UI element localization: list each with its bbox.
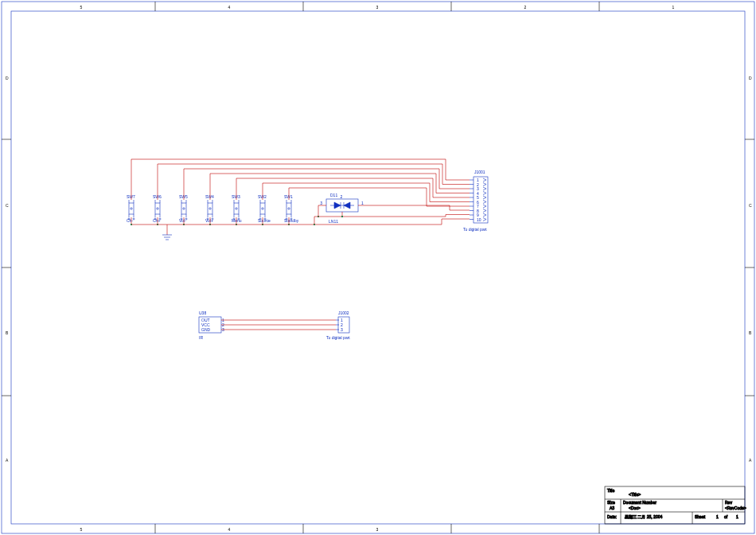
tb-size-label: Size xyxy=(607,500,615,505)
switch-sw7: SW7Ch- xyxy=(127,194,135,223)
sw-ref: SW2 xyxy=(258,194,267,199)
tb-title-label: Title xyxy=(607,488,614,493)
svg-rect-0 xyxy=(2,2,754,533)
j1001-pin: 10 xyxy=(477,217,481,222)
col-top-2: 3 xyxy=(376,5,379,10)
col-top-0: 5 xyxy=(80,5,83,10)
col-top-1: 4 xyxy=(228,5,231,10)
svg-rect-46 xyxy=(208,203,212,214)
svg-point-71 xyxy=(262,208,263,209)
switch-sw1: SW1Standby xyxy=(284,194,299,223)
row-l-3: A xyxy=(6,458,9,463)
d11-ref: D11 xyxy=(330,193,337,197)
sw-name: Vol- xyxy=(179,218,186,223)
tb-rev-label: Rev xyxy=(725,500,732,505)
tb-date: 星期三 二月 25, 2004 xyxy=(625,514,662,519)
conn-j1001: J1001 12345678910 To digital part xyxy=(463,170,488,232)
ir-name: IR xyxy=(199,335,203,340)
sw-name: Vol+ xyxy=(205,218,213,223)
svg-point-23 xyxy=(133,218,134,220)
col-bot-0: 5 xyxy=(80,527,83,532)
grid-cols-top: 5 4 3 2 1 xyxy=(80,5,675,10)
grid-rows: D D C C B B A A xyxy=(6,76,752,463)
col-top-4: 1 xyxy=(672,5,675,10)
svg-rect-26 xyxy=(155,203,160,214)
svg-rect-103 xyxy=(473,177,488,223)
gnd-symbol xyxy=(162,225,172,240)
col-top-3: 2 xyxy=(524,5,527,10)
row-l-1: C xyxy=(6,203,9,208)
tb-title: <Title> xyxy=(629,492,641,497)
sw-ref: SW4 xyxy=(205,194,214,199)
sw-ref: SW5 xyxy=(179,194,188,199)
sw-name: Standby xyxy=(284,218,299,223)
svg-point-81 xyxy=(288,208,290,209)
tb-date-label: Date: xyxy=(607,514,617,519)
row-r-3: A xyxy=(749,458,752,463)
switch-sw3: SW3Menu xyxy=(232,194,242,223)
tb-size: A3 xyxy=(610,506,614,510)
switch-sw4: SW4Vol+ xyxy=(205,194,214,223)
j1002-p3: 3 xyxy=(341,327,343,332)
sw-ref: SW3 xyxy=(232,194,240,199)
switch-sw5: SW5Vol- xyxy=(179,194,188,223)
tb-doc-label: Document Number xyxy=(623,500,657,505)
svg-rect-36 xyxy=(181,203,186,214)
svg-point-31 xyxy=(157,208,158,209)
sw-ref: SW1 xyxy=(284,194,293,199)
title-block: Title <Title> Size A3 Document Number <D… xyxy=(605,486,746,524)
d11-name: LN11 xyxy=(329,219,338,224)
row-r-1: C xyxy=(749,203,752,208)
row-l-0: D xyxy=(6,76,9,80)
svg-rect-66 xyxy=(260,203,265,214)
tb-sheet-tot: 1 xyxy=(736,514,738,519)
sw-ref: SW6 xyxy=(153,194,162,199)
j1001-note: To digital part xyxy=(463,227,487,232)
svg-point-61 xyxy=(236,208,237,209)
j1002-note: To digital part xyxy=(326,335,350,340)
svg-point-51 xyxy=(209,208,211,209)
switch-sw2: SW2Source xyxy=(258,194,271,223)
col-bot-1: 4 xyxy=(228,527,231,532)
switch-sw6: SW6Ch+ xyxy=(153,194,162,223)
row-r-0: D xyxy=(749,76,752,80)
led-d11: D11 LN11 3 2 1 xyxy=(320,193,364,224)
svg-rect-56 xyxy=(234,203,239,214)
tb-sheet-cur: 1 xyxy=(716,514,719,519)
svg-rect-16 xyxy=(129,203,134,214)
j1002-ref: J1002 xyxy=(338,310,349,315)
tb-sheet-of: of xyxy=(724,514,728,519)
conn-j1002: J1002 1 2 3 To digital part xyxy=(326,310,350,340)
grid-cols-bot: 5 4 3 xyxy=(80,527,379,532)
row-r-2: B xyxy=(749,330,752,335)
svg-point-21 xyxy=(131,208,132,209)
tb-sheet-label: Sheet xyxy=(695,514,706,519)
tb-rev: <RevCode> xyxy=(725,506,746,510)
ir-pin-2: GND xyxy=(201,327,211,332)
col-bot-2: 3 xyxy=(376,527,379,532)
svg-rect-1 xyxy=(11,11,745,524)
d11-pin2: 2 xyxy=(341,194,343,199)
sw-ref: SW7 xyxy=(127,194,135,199)
schematic-sheet: 5 4 3 2 1 5 4 3 D D C C B B A A SW7Ch-SW… xyxy=(0,0,756,535)
j1001-ref: J1001 xyxy=(474,170,485,174)
row-l-2: B xyxy=(6,330,9,335)
d11-pin3: 3 xyxy=(320,201,322,205)
svg-point-41 xyxy=(183,208,185,209)
ir-u38: U38 OUT VCC GND 1 2 3 IR xyxy=(199,310,224,340)
u38-ref: U38 xyxy=(199,310,206,315)
svg-rect-76 xyxy=(286,203,291,214)
d11-pin1: 1 xyxy=(361,201,364,205)
svg-point-102 xyxy=(341,216,343,217)
tb-doc: <Doc> xyxy=(629,506,641,510)
